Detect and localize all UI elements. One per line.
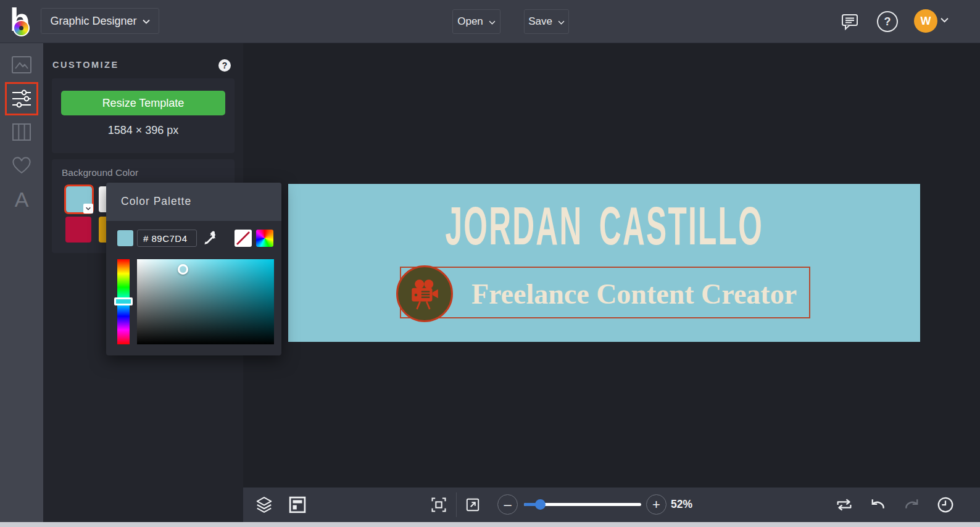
panel-help-glyph: ? (222, 60, 228, 70)
mode-selector-label: Graphic Designer (50, 15, 136, 28)
save-button-label: Save (528, 15, 552, 28)
zoom-slider-handle[interactable] (535, 499, 546, 510)
template-layout-icon[interactable] (287, 494, 308, 515)
toolbar-divider (456, 492, 457, 517)
fullscreen-icon[interactable] (462, 494, 483, 515)
saturation-gradient[interactable] (137, 259, 274, 344)
open-button-label: Open (457, 15, 483, 28)
gradient-selector-handle[interactable] (178, 264, 188, 275)
banner-title[interactable]: JORDAN CASTILLO (288, 199, 920, 252)
brand-color-wheel-icon (13, 20, 30, 36)
zoom-slider[interactable] (524, 503, 641, 506)
color-palette-header: Color Palette (106, 183, 281, 221)
avatar-initial: W (921, 15, 931, 28)
redo-icon[interactable] (901, 494, 922, 515)
rainbow-picker-icon[interactable] (256, 230, 273, 247)
current-color-swatch[interactable] (117, 230, 133, 246)
sidebar-item-customize[interactable] (5, 82, 38, 115)
canvas-area[interactable]: JORDAN CASTILLO Freelance Content Creato… (243, 43, 980, 522)
plus-glyph: + (652, 497, 660, 513)
image-icon (11, 56, 32, 74)
help-icon[interactable]: ? (877, 11, 898, 32)
swatch-light-blue[interactable] (66, 186, 92, 212)
hex-color-input[interactable] (137, 230, 197, 247)
fit-screen-icon[interactable] (428, 494, 449, 515)
color-palette-popup: Color Palette (106, 183, 281, 355)
swatch-crimson[interactable] (65, 217, 91, 243)
top-bar: b Graphic Designer Open Save ? W (0, 0, 980, 43)
zoom-in-button[interactable]: + (646, 494, 666, 515)
swatch-dropdown-icon[interactable] (83, 204, 93, 214)
text-icon: A (15, 189, 29, 210)
account-chevron-down-icon[interactable] (941, 17, 949, 23)
panel-title: CUSTOMIZE (52, 60, 119, 70)
page-edge-strip (0, 522, 980, 527)
compare-icon[interactable] (834, 494, 855, 515)
panel-help-icon[interactable]: ? (218, 59, 231, 72)
app-root: b Graphic Designer Open Save ? W (0, 0, 980, 527)
zoom-level: 52% (671, 498, 692, 511)
save-button[interactable]: Save (524, 9, 569, 34)
adjust-sliders-icon (11, 89, 32, 109)
help-glyph: ? (884, 15, 891, 28)
bottom-toolbar: – + 52% (243, 488, 980, 522)
feedback-chat-icon[interactable] (839, 11, 860, 32)
design-banner[interactable]: JORDAN CASTILLO Freelance Content Creato… (288, 184, 920, 342)
layout-columns-icon (12, 123, 31, 141)
background-color-label: Background Color (62, 167, 138, 178)
history-icon[interactable] (935, 494, 956, 515)
banner-subtitle: Freelance Content Creator (463, 268, 805, 320)
banner-subtitle-box[interactable]: Freelance Content Creator (400, 267, 810, 318)
banner-badge[interactable] (396, 265, 453, 322)
resize-card: Resize Template 1584 × 396 px (52, 78, 235, 153)
color-palette-title: Color Palette (121, 195, 191, 208)
user-avatar[interactable]: W (914, 9, 937, 33)
canvas-dimensions: 1584 × 396 px (52, 124, 235, 137)
no-color-icon[interactable] (235, 230, 252, 247)
heart-icon (12, 157, 31, 175)
eyedropper-icon[interactable] (201, 230, 217, 246)
brand-logo[interactable]: b (9, 5, 37, 38)
banner-title-text: JORDAN CASTILLO (445, 199, 763, 252)
sidebar-item-favorites[interactable] (5, 149, 38, 182)
zoom-out-button[interactable]: – (497, 494, 518, 515)
chevron-down-icon (558, 20, 565, 25)
undo-icon[interactable] (868, 494, 889, 515)
mode-selector-button[interactable]: Graphic Designer (41, 8, 159, 34)
resize-template-button[interactable]: Resize Template (61, 91, 225, 115)
sidebar-item-image[interactable] (5, 48, 38, 81)
icon-sidebar: A (0, 43, 43, 522)
sidebar-item-layouts[interactable] (5, 115, 38, 149)
chevron-down-icon (143, 19, 150, 24)
chevron-down-icon (489, 20, 496, 25)
minus-glyph: – (504, 497, 511, 513)
movie-camera-icon (408, 277, 441, 310)
layers-icon[interactable] (254, 494, 275, 515)
hue-slider-handle[interactable] (114, 297, 133, 305)
sidebar-item-text[interactable]: A (5, 183, 38, 216)
open-button[interactable]: Open (452, 9, 500, 34)
